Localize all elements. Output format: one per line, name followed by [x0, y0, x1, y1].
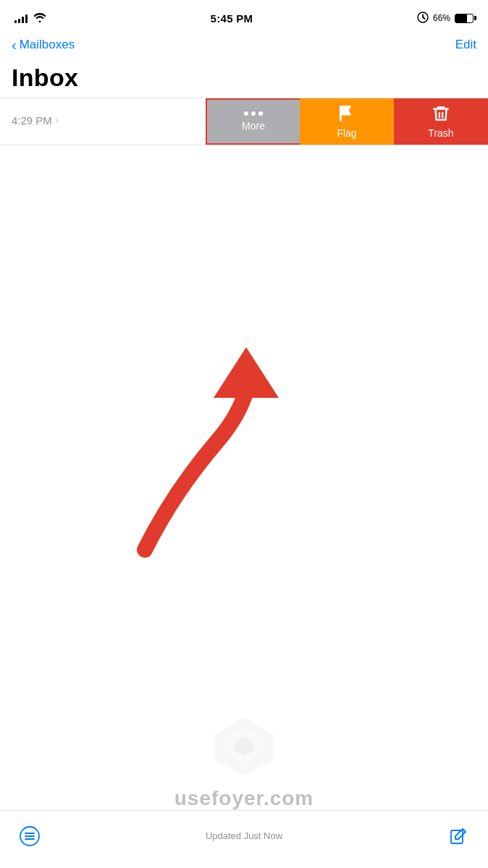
compose-icon	[448, 826, 468, 846]
flag-label: Flag	[337, 127, 356, 139]
page-title-area: Inbox	[0, 61, 488, 98]
page-title: Inbox	[12, 64, 476, 92]
status-time: 5:45 PM	[211, 12, 253, 25]
mailboxes-back-button[interactable]: ‹ Mailboxes	[12, 38, 75, 52]
compose-button[interactable]	[446, 824, 471, 848]
signal-bars-icon	[14, 13, 28, 23]
bottom-divider	[0, 145, 488, 145]
battery-percent: 66%	[433, 13, 450, 23]
battery-fill	[455, 14, 467, 22]
svg-marker-1	[214, 347, 279, 398]
signal-bar-2	[18, 19, 20, 23]
flag-action-button[interactable]: Flag	[300, 98, 394, 145]
trash-action-button[interactable]: Trash	[394, 98, 488, 145]
wifi-icon	[33, 12, 46, 25]
watermark-area: usefoyer.com	[0, 713, 488, 810]
menu-icon	[20, 826, 40, 846]
tab-bar: Updated Just Now	[0, 810, 488, 868]
mailboxes-label: Mailboxes	[20, 38, 75, 52]
status-right: 66%	[417, 12, 474, 25]
watermark-logo-icon	[211, 713, 277, 778]
swipe-actions: More Flag Trash	[206, 98, 488, 145]
trash-label: Trash	[428, 127, 453, 139]
more-dots-icon	[244, 111, 263, 116]
status-bar: 5:45 PM 66%	[0, 0, 488, 32]
email-list: 4:29 PM › More Flag	[0, 98, 488, 145]
trash-icon	[432, 104, 450, 123]
more-label: More	[242, 120, 265, 132]
watermark-text: usefoyer.com	[174, 787, 314, 810]
more-action-button[interactable]: More	[206, 98, 300, 145]
status-left	[14, 12, 46, 25]
nav-bar: ‹ Mailboxes Edit	[0, 32, 488, 61]
signal-bar-1	[14, 20, 17, 23]
screen: 5:45 PM 66% ‹ Mailboxes Edit Inbox	[0, 0, 488, 868]
chevron-right-icon: ›	[55, 114, 59, 126]
battery-icon	[455, 14, 474, 23]
screen-time-icon	[417, 12, 429, 25]
edit-button[interactable]: Edit	[455, 38, 476, 52]
arrow-annotation	[0, 275, 488, 579]
signal-bar-3	[22, 17, 24, 23]
signal-bar-4	[25, 14, 28, 23]
menu-button[interactable]	[17, 824, 42, 848]
annotation-arrow-svg	[0, 275, 488, 579]
flag-icon	[337, 104, 356, 123]
back-arrow-icon: ‹	[12, 38, 17, 52]
status-text: Updated Just Now	[206, 830, 282, 841]
